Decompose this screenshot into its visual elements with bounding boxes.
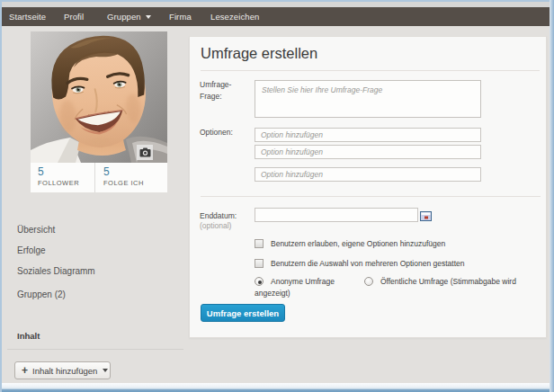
caret-down-icon [103, 369, 108, 372]
frame-border-right [550, 0, 554, 392]
stat-follower[interactable]: 5 FOLLOWER [31, 163, 94, 192]
camera-icon [139, 147, 151, 157]
checkbox-allow-options[interactable] [255, 239, 264, 248]
options-label: Optionen: [200, 127, 233, 138]
title-divider [201, 70, 540, 71]
add-content-button[interactable]: + Inhalt hinzufügen [14, 361, 111, 379]
caret-down-icon [146, 15, 151, 19]
add-content-label: Inhalt hinzufügen [32, 366, 97, 376]
profile-card: 5 FOLLOWER 5 FOLGE ICH [31, 31, 167, 192]
nav-item-startseite[interactable]: Startseite [9, 7, 46, 26]
stat-folge-ich[interactable]: 5 FOLGE ICH [94, 163, 167, 192]
checkbox-multi-select[interactable] [255, 259, 264, 268]
create-poll-panel: Umfrage erstellen Umfrage-Frage: Optione… [189, 36, 547, 338]
frame-border-top [0, 0, 554, 2]
nav-item-gruppen-label: Gruppen [107, 12, 141, 22]
sidebar-item-gruppen[interactable]: Gruppen (2) [17, 289, 66, 301]
checkbox-allow-options-label: Benutzern erlauben, eigene Optionen hinz… [271, 239, 445, 248]
checkbox-row-multi-select[interactable]: Benutzern die Auswahl von mehreren Optio… [255, 258, 464, 269]
sidebar-item-erfolge[interactable]: Erfolge [17, 245, 46, 257]
radio-oeffentliche-umfrage[interactable] [364, 277, 373, 286]
profile-photo [31, 31, 167, 163]
page-title: Umfrage erstellen [201, 42, 317, 64]
section-divider [201, 196, 541, 197]
app-window: Startseite Profil Gruppen Firma Lesezeic… [0, 0, 554, 392]
plus-icon: + [22, 366, 28, 376]
checkbox-row-allow-options[interactable]: Benutzern erlauben, eigene Optionen hinz… [255, 238, 445, 249]
poll-type-radio-group: Anonyme UmfrageÖffentliche Umfrage (Stim… [255, 276, 539, 299]
sidebar-item-uebersicht[interactable]: Übersicht [17, 224, 55, 236]
profile-stats: 5 FOLLOWER 5 FOLGE ICH [31, 163, 167, 192]
top-navigation: Startseite Profil Gruppen Firma Lesezeic… [2, 7, 550, 26]
poll-question-input[interactable] [255, 80, 481, 118]
radio-anonyme-label: Anonyme Umfrage [271, 277, 335, 286]
page-body: 5 FOLLOWER 5 FOLGE ICH Übersicht Erfolge… [2, 26, 550, 383]
profile-photo-illustration [31, 31, 167, 163]
poll-option-input-2[interactable] [255, 145, 481, 159]
follower-count: 5 [38, 165, 94, 178]
poll-option-input-3[interactable] [255, 167, 481, 182]
frame-border-bottom [0, 383, 554, 392]
sidebar-divider [7, 349, 183, 350]
nav-item-profil[interactable]: Profil [64, 7, 84, 26]
folge-ich-label: FOLGE ICH [103, 179, 167, 188]
create-poll-button[interactable]: Umfrage erstellen [201, 304, 285, 322]
checkbox-multi-select-label: Benutzern die Auswahl von mehreren Optio… [271, 259, 464, 268]
nav-item-gruppen[interactable]: Gruppen [107, 7, 151, 26]
poll-option-input-1[interactable] [255, 128, 481, 142]
question-label: Umfrage-Frage: [200, 79, 243, 102]
edit-photo-camera-button[interactable] [137, 145, 153, 160]
sidebar-item-soziales-diagramm[interactable]: Soziales Diagramm [17, 265, 95, 278]
follower-label: FOLLOWER [38, 179, 94, 188]
frame-border-left [0, 0, 2, 392]
nav-item-lesezeichen[interactable]: Lesezeichen [210, 7, 259, 26]
nav-item-firma[interactable]: Firma [169, 7, 192, 26]
calendar-icon [420, 211, 432, 221]
folge-ich-count: 5 [103, 165, 167, 178]
sidebar-section-inhalt: Inhalt [17, 330, 40, 343]
radio-anonyme-umfrage[interactable] [255, 277, 264, 286]
end-date-optional-note: (optional) [200, 220, 231, 232]
end-date-input[interactable] [255, 208, 418, 222]
calendar-picker-button[interactable] [420, 209, 432, 218]
radio-row-anonyme[interactable]: Anonyme Umfrage [255, 277, 335, 286]
